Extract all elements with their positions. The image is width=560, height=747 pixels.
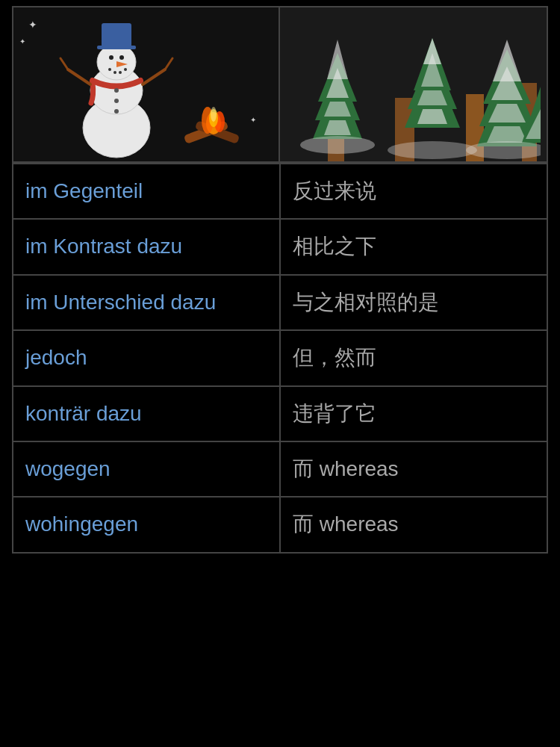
- svg-line-15: [68, 69, 90, 84]
- svg-marker-51: [493, 40, 521, 81]
- german-term: konträr dazu: [13, 386, 280, 441]
- chinese-translation: 与之相对照的是: [280, 275, 547, 330]
- forest-image: [280, 7, 547, 161]
- star-decoration: ✦: [28, 19, 37, 31]
- chinese-translation: 而 whereas: [280, 441, 547, 497]
- svg-point-12: [114, 88, 119, 93]
- chinese-translation: 但，然而: [280, 330, 547, 385]
- forest-svg: [287, 8, 541, 161]
- svg-point-10: [119, 71, 122, 74]
- page-container: ✦ ✦ ✦: [12, 6, 548, 554]
- table-row: wogegen而 whereas: [13, 441, 547, 497]
- german-term: wohingegen: [13, 497, 280, 552]
- snowman-campfire-svg: [34, 10, 258, 159]
- svg-line-17: [143, 69, 165, 84]
- chinese-translation: 反过来说: [280, 164, 547, 219]
- table-row: im Gegenteil反过来说: [13, 164, 547, 219]
- header-image-row: ✦ ✦ ✦: [12, 6, 548, 163]
- svg-line-18: [165, 58, 172, 69]
- svg-point-55: [388, 141, 477, 159]
- svg-marker-44: [327, 40, 348, 79]
- german-term: jedoch: [13, 330, 280, 385]
- svg-point-13: [114, 99, 119, 103]
- svg-point-25: [211, 107, 217, 122]
- table-row: wohingegen而 whereas: [13, 497, 547, 552]
- svg-point-14: [114, 109, 119, 114]
- svg-marker-37: [423, 38, 441, 64]
- table-row: jedoch但，然而: [13, 330, 547, 385]
- svg-point-8: [108, 68, 111, 71]
- svg-point-6: [119, 55, 124, 60]
- table-row: im Unterschied dazu与之相对照的是: [13, 275, 547, 330]
- german-term: im Unterschied dazu: [13, 275, 280, 330]
- svg-point-9: [113, 71, 116, 74]
- chinese-translation: 违背了它: [280, 386, 547, 441]
- chinese-translation: 而 whereas: [280, 497, 547, 552]
- table-row: im Kontrast dazu相比之下: [13, 219, 547, 274]
- snowman-campfire-image: ✦ ✦ ✦: [13, 7, 280, 161]
- table-row: konträr dazu违背了它: [13, 386, 547, 441]
- svg-point-54: [300, 136, 375, 154]
- svg-rect-4: [102, 23, 131, 47]
- svg-line-16: [60, 58, 68, 69]
- vocabulary-table: im Gegenteil反过来说im Kontrast dazu相比之下im U…: [12, 163, 548, 554]
- chinese-translation: 相比之下: [280, 219, 547, 274]
- svg-point-5: [109, 55, 113, 60]
- german-term: im Gegenteil: [13, 164, 280, 219]
- star-decoration: ✦: [250, 116, 256, 124]
- german-term: im Kontrast dazu: [13, 219, 280, 274]
- svg-point-11: [124, 68, 127, 71]
- german-term: wogegen: [13, 441, 280, 497]
- star-decoration: ✦: [19, 37, 25, 46]
